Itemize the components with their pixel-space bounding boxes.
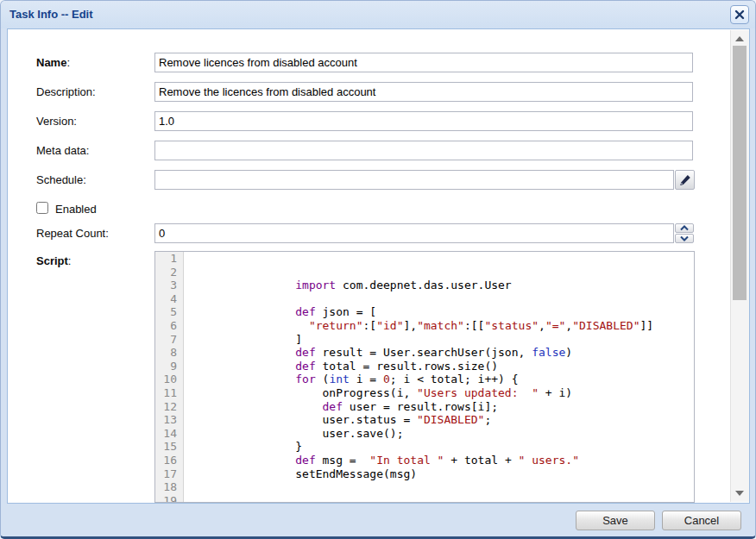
scroll-down-arrow-icon[interactable] [735,491,744,496]
schedule-edit-button[interactable] [675,170,695,190]
cancel-button[interactable]: Cancel [662,511,741,530]
scroll-up-arrow-icon[interactable] [735,36,744,41]
script-label: Script: [36,254,71,267]
name-label: Name: [36,56,70,69]
dialog-title: Task Info -- Edit [9,8,93,21]
name-label-text: Name [36,56,66,69]
script-label-colon: : [68,254,72,267]
description-input[interactable] [154,82,693,102]
dialog-scrollbar[interactable] [730,30,749,502]
name-input[interactable] [154,53,693,72]
task-info-edit-dialog: Task Info -- Edit Name: Description: Ver… [0,0,756,539]
description-label: Description: [36,85,96,98]
chevron-up-icon [679,225,690,231]
version-label: Version: [36,115,77,128]
enabled-label: Enabled [55,203,97,216]
script-code-area[interactable]: import com.deepnet.das.user.User def jso… [187,252,694,502]
repeat-count-label: Repeat Count: [36,227,109,240]
scrollbar-thumb[interactable] [733,46,747,300]
save-button[interactable]: Save [576,511,655,530]
version-input[interactable] [154,111,693,131]
dialog-titlebar: Task Info -- Edit [1,1,755,28]
repeat-count-input[interactable] [154,223,674,243]
script-label-text: Script [36,254,68,267]
pencil-icon [679,174,691,186]
meta-data-input[interactable] [154,141,693,160]
name-label-colon: : [66,56,70,69]
script-editor[interactable]: 12345678910111213141516171819 import com… [154,251,695,503]
schedule-label: Schedule: [36,173,86,186]
repeat-count-spin-up[interactable] [675,223,694,233]
schedule-input[interactable] [154,170,674,190]
enabled-checkbox[interactable] [36,202,48,214]
chevron-down-icon [679,235,690,241]
close-icon [734,9,745,20]
close-button[interactable] [730,5,749,24]
line-number-gutter: 12345678910111213141516171819 [155,252,184,502]
meta-data-label: Meta data: [36,144,89,157]
repeat-count-spin-down[interactable] [675,234,694,243]
dialog-body: Name: Description: Version: Meta data: S… [7,28,750,504]
